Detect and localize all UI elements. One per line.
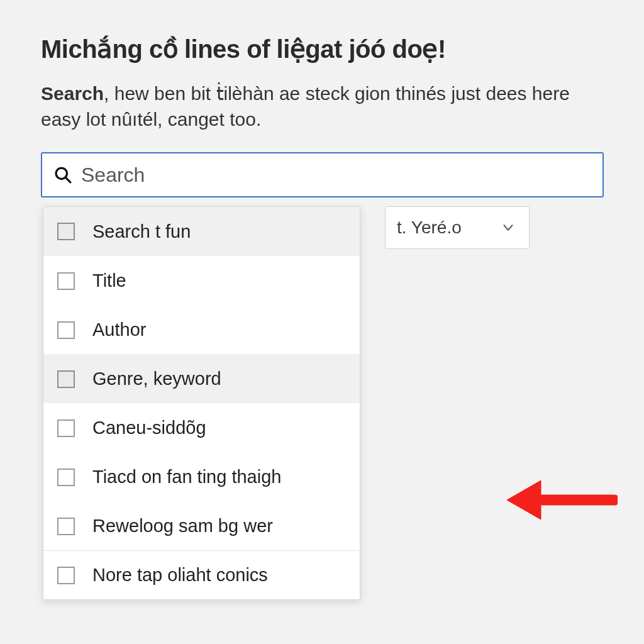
filter-option[interactable]: Search t fun bbox=[43, 207, 360, 256]
filter-option[interactable]: Author bbox=[43, 305, 360, 354]
filter-option[interactable]: Nore tap oliaht conics bbox=[43, 550, 360, 599]
filter-option-label: Author bbox=[92, 319, 146, 340]
search-area: t. Yeré.o Search t funTitleAuthorGenre, … bbox=[41, 152, 606, 250]
page-subtitle: Search, hew ben bit ṫilèhàn ae steck gio… bbox=[41, 81, 594, 132]
checkbox-icon[interactable] bbox=[57, 370, 75, 388]
checkbox-icon[interactable] bbox=[57, 469, 75, 486]
subtitle-rest: , hew ben bit ṫilèhàn ae steck gion thin… bbox=[41, 83, 570, 130]
filter-option-label: Caneu-siddõg bbox=[92, 418, 206, 438]
filter-option-label: Title bbox=[92, 270, 126, 291]
controls-row: t. Yeré.o Search t funTitleAuthorGenre, … bbox=[41, 206, 604, 250]
filter-option-label: Genre, keyword bbox=[92, 369, 221, 389]
filter-option-label: Reweloog sam bg wer bbox=[92, 516, 273, 536]
filter-option-label: Tiacd on fan ting thaigh bbox=[92, 467, 281, 487]
filter-option[interactable]: Caneu-siddõg bbox=[43, 403, 360, 452]
sort-select-value: t. Yeré.o bbox=[397, 218, 462, 238]
checkbox-icon[interactable] bbox=[57, 419, 75, 437]
svg-marker-3 bbox=[507, 480, 541, 519]
arrow-left-annotation-icon bbox=[504, 472, 618, 528]
filter-option[interactable]: Genre, keyword bbox=[43, 354, 360, 403]
filter-option[interactable]: Reweloog sam bg wer bbox=[43, 501, 360, 550]
filter-option[interactable]: Title bbox=[43, 256, 360, 305]
search-icon bbox=[53, 165, 72, 184]
filter-dropdown: Search t funTitleAuthorGenre, keywordCan… bbox=[43, 206, 360, 600]
svg-line-1 bbox=[65, 177, 70, 182]
checkbox-icon[interactable] bbox=[57, 518, 75, 535]
checkbox-icon[interactable] bbox=[57, 223, 75, 240]
search-input[interactable] bbox=[81, 164, 591, 187]
subtitle-lead: Search bbox=[41, 83, 104, 104]
chevron-down-icon bbox=[501, 221, 515, 235]
filter-option-label: Search t fun bbox=[92, 221, 191, 242]
page-title: Michắng cồ lines of liệgat jóó doẹ! bbox=[41, 35, 606, 64]
checkbox-icon[interactable] bbox=[57, 567, 75, 584]
sort-select[interactable]: t. Yeré.o bbox=[385, 206, 530, 249]
checkbox-icon[interactable] bbox=[57, 321, 75, 339]
checkbox-icon[interactable] bbox=[57, 272, 75, 290]
search-field[interactable] bbox=[41, 152, 604, 197]
filter-option[interactable]: Tiacd on fan ting thaigh bbox=[43, 452, 360, 501]
filter-option-label: Nore tap oliaht conics bbox=[92, 565, 268, 586]
